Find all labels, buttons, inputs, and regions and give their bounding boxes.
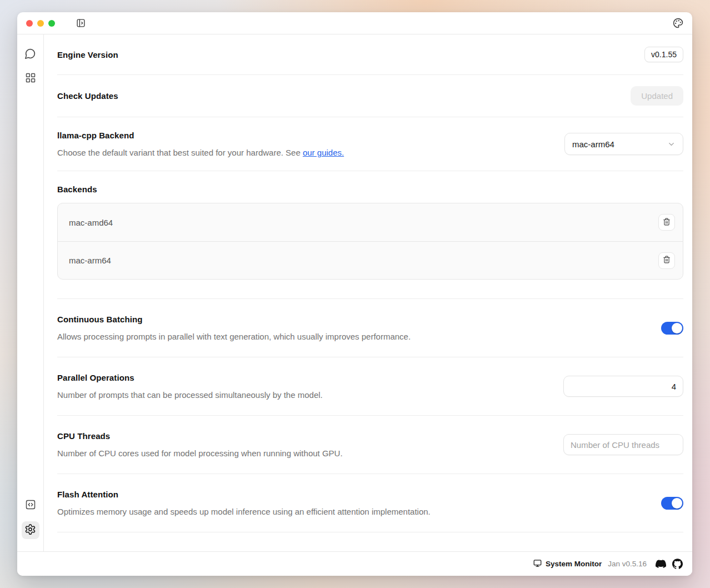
engine-version-badge: v0.1.55 xyxy=(644,47,683,62)
monitor-icon xyxy=(533,559,542,569)
app-version-label: Jan v0.5.16 xyxy=(608,560,647,568)
system-monitor-label: System Monitor xyxy=(546,560,602,568)
system-monitor-button[interactable]: System Monitor xyxy=(533,559,602,569)
flash-attention-toggle[interactable] xyxy=(661,497,683,510)
backend-name: mac-arm64 xyxy=(69,256,111,265)
backend-description: Choose the default variant that best sui… xyxy=(57,147,344,158)
check-updates-label: Check Updates xyxy=(57,90,118,102)
continuous-batching-toggle[interactable] xyxy=(661,322,683,335)
backend-row: llama-cpp Backend Choose the default var… xyxy=(57,117,683,171)
backend-label: llama-cpp Backend xyxy=(57,129,344,141)
window-controls xyxy=(26,20,55,27)
backend-list-item: mac-amd64 xyxy=(58,203,683,241)
flash-attention-row: Flash Attention Optimizes memory usage a… xyxy=(57,474,683,532)
chat-bubble-icon xyxy=(24,48,36,62)
sidebar-item-hub[interactable] xyxy=(22,70,39,88)
parallel-operations-label: Parallel Operations xyxy=(57,372,323,383)
backend-select-value: mac-arm64 xyxy=(572,139,614,149)
parallel-operations-input[interactable] xyxy=(563,376,683,397)
continuous-batching-description: Allows processing prompts in parallel wi… xyxy=(57,331,411,342)
palette-icon[interactable] xyxy=(673,18,683,28)
zoom-window-button[interactable] xyxy=(48,20,55,27)
minimize-window-button[interactable] xyxy=(37,20,44,27)
close-window-button[interactable] xyxy=(26,20,33,27)
backends-section: Backends mac-amd64 xyxy=(57,171,683,299)
flash-attention-label: Flash Attention xyxy=(57,489,431,500)
guides-link[interactable]: our guides. xyxy=(303,148,344,157)
backend-description-text: Choose the default variant that best sui… xyxy=(57,148,303,157)
backend-select[interactable]: mac-arm64 xyxy=(564,133,683,155)
app-window: Engine Version v0.1.55 Check Updates Upd… xyxy=(17,12,692,576)
main-area: Engine Version v0.1.55 Check Updates Upd… xyxy=(17,34,692,551)
sidebar xyxy=(17,34,44,551)
backend-list-item: mac-arm64 xyxy=(58,241,683,279)
check-updates-button[interactable]: Updated xyxy=(631,86,683,106)
sidebar-item-settings[interactable] xyxy=(22,521,39,539)
titlebar xyxy=(17,12,692,34)
gear-icon xyxy=(24,524,36,537)
backends-list: mac-amd64 mac-arm64 xyxy=(57,203,683,280)
trash-icon xyxy=(663,256,671,265)
sidebar-item-chat[interactable] xyxy=(22,46,39,63)
engine-version-label: Engine Version xyxy=(57,49,118,61)
settings-content: Engine Version v0.1.55 Check Updates Upd… xyxy=(44,34,692,551)
chevron-down-icon xyxy=(667,140,676,148)
backends-label: Backends xyxy=(57,183,683,195)
continuous-batching-label: Continuous Batching xyxy=(57,313,411,325)
continuous-batching-row: Continuous Batching Allows processing pr… xyxy=(57,299,683,357)
cpu-threads-input[interactable] xyxy=(563,434,683,455)
parallel-operations-description: Number of prompts that can be processed … xyxy=(57,389,323,401)
parallel-operations-row: Parallel Operations Number of prompts th… xyxy=(57,357,683,416)
cpu-threads-description: Number of CPU cores used for model proce… xyxy=(57,447,343,459)
cpu-threads-row: CPU Threads Number of CPU cores used for… xyxy=(57,416,683,474)
toggle-knob xyxy=(672,498,682,509)
flash-attention-description: Optimizes memory usage and speeds up mod… xyxy=(57,506,431,517)
grid-icon xyxy=(25,72,36,86)
footer: System Monitor Jan v0.5.16 xyxy=(17,551,692,576)
panel-left-open-icon[interactable] xyxy=(76,18,86,28)
backend-name: mac-amd64 xyxy=(69,218,113,227)
toggle-knob xyxy=(672,323,682,333)
trash-icon xyxy=(663,218,671,227)
github-icon[interactable] xyxy=(672,559,683,569)
code-square-icon xyxy=(25,499,36,512)
delete-backend-button[interactable] xyxy=(658,214,675,231)
sidebar-item-local-api-server[interactable] xyxy=(22,497,39,515)
content-filler xyxy=(57,532,683,551)
engine-version-row: Engine Version v0.1.55 xyxy=(57,34,683,75)
delete-backend-button[interactable] xyxy=(658,252,675,269)
discord-icon[interactable] xyxy=(656,559,666,569)
check-updates-row: Check Updates Updated xyxy=(57,75,683,117)
cpu-threads-label: CPU Threads xyxy=(57,430,343,442)
